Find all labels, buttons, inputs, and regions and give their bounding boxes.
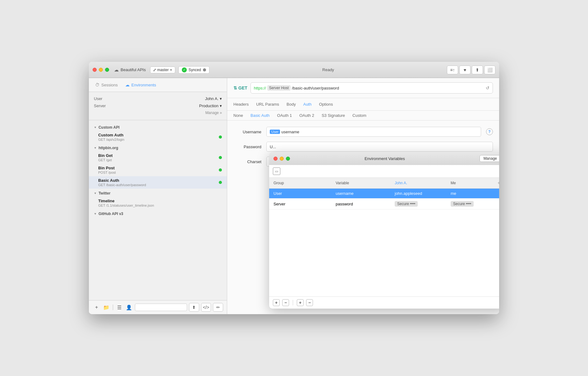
branch-chevron-icon: ▾ <box>170 68 172 71</box>
tab-headers[interactable]: Headers <box>233 101 249 107</box>
env-close-button[interactable] <box>273 157 278 161</box>
environments-tab[interactable]: ☁ Environments <box>125 81 156 89</box>
triangle-icon: ▼ <box>94 126 97 129</box>
add-group-button[interactable]: + <box>273 299 280 306</box>
item-name: Custom Auth <box>98 133 219 137</box>
group-label: Custom API <box>99 125 120 130</box>
help-button[interactable]: ? <box>486 128 493 135</box>
env-empty-space <box>269 209 499 296</box>
password-row: Password U... <box>233 142 493 152</box>
auth-oauth1[interactable]: OAuth 1 <box>277 113 292 118</box>
sidebar-toggle-icon[interactable]: ▭ <box>273 167 280 175</box>
charset-label: Charset <box>233 159 261 164</box>
method-arrows-icon: ⇅ <box>233 85 237 90</box>
upload-button[interactable]: ⬆ <box>189 303 199 312</box>
title-bar: ☁ Beautiful APIs ⑇ master ▾ ✓ Synced Rea… <box>89 62 499 78</box>
variable-cell: username <box>331 189 390 199</box>
group-header-github: ▼ GitHub API v3 <box>89 209 227 217</box>
method-select[interactable]: ⇅ GET <box>233 85 247 90</box>
auth-s3[interactable]: S3 Signature <box>322 113 345 118</box>
export-action-button[interactable]: ⬆ <box>472 66 483 74</box>
url-bar[interactable]: https:// Server Host /basic-auth/user/pa… <box>250 82 493 94</box>
sidebar-bottom: + 📁 ☰ 👤 ⬆ </> ✏ <box>89 300 227 314</box>
lines-action-button[interactable]: ≡↑ <box>447 66 458 74</box>
add-variable-button[interactable]: + <box>297 299 304 306</box>
divider <box>113 305 113 310</box>
minimize-button[interactable] <box>99 68 103 72</box>
col-header-john: John A. <box>390 178 446 189</box>
auth-oauth2[interactable]: OAuth 2 <box>299 113 314 118</box>
remove-variable-button[interactable]: − <box>306 299 313 306</box>
table-row[interactable]: Server password Secure •••• Secure •••• <box>269 199 499 209</box>
sidebar-tabs: ⏱ Sessions ☁ Environments <box>89 78 227 92</box>
traffic-lights <box>93 68 109 72</box>
cloud-icon: ☁ <box>114 67 119 73</box>
table-row[interactable]: User username john.appleseed me <box>269 189 499 199</box>
search-input[interactable] <box>135 304 187 311</box>
auth-none[interactable]: None <box>233 113 243 118</box>
code-button[interactable]: </> <box>201 303 211 312</box>
list-item[interactable]: Custom Auth GET /api/v2/login <box>89 131 227 143</box>
filter-button[interactable]: ☰ <box>115 304 123 311</box>
branch-name: master <box>157 68 169 72</box>
tab-body[interactable]: Body <box>287 101 296 107</box>
auth-custom[interactable]: Custom <box>352 113 366 118</box>
env-maximize-button[interactable] <box>286 157 290 161</box>
password-input[interactable]: U... <box>266 142 493 152</box>
env-minimize-button[interactable] <box>280 157 284 161</box>
status-dot <box>219 168 222 172</box>
list-item[interactable]: Bin Post POST /post <box>89 164 227 176</box>
col-header-variable: Variable <box>331 178 390 189</box>
env-footer: + − + − <box>269 296 499 309</box>
maximize-button[interactable] <box>105 68 109 72</box>
tab-options[interactable]: Options <box>319 101 333 107</box>
user-button[interactable]: 👤 <box>125 304 133 311</box>
heart-action-button[interactable]: ♥ <box>459 66 471 74</box>
variable-add-remove: + − <box>297 299 313 306</box>
sessions-tab[interactable]: ⏱ Sessions <box>95 81 118 89</box>
group-header-custom-api: ▼ Custom API <box>89 123 227 131</box>
refresh-icon[interactable]: ↺ <box>486 85 489 90</box>
env-toolbar: ▭ <box>269 165 499 178</box>
variable-cell: password <box>331 199 390 209</box>
list-item[interactable]: Bin Get GET /get <box>89 151 227 164</box>
sync-badge: ✓ Synced <box>178 66 209 74</box>
triangle-icon: ▼ <box>94 192 97 195</box>
edit-button[interactable]: ✏ <box>213 303 223 312</box>
sidebar: ⏱ Sessions ☁ Environments User John A. ▾ <box>89 78 227 314</box>
sessions-icon: ⏱ <box>95 82 99 87</box>
triangle-icon: ▼ <box>94 146 97 149</box>
user-env-badge: User <box>270 130 280 134</box>
user-row: User John A. ▾ <box>94 95 222 102</box>
title-bar-actions: ≡↑ ♥ ⬆ ⬜ <box>447 66 495 74</box>
username-input[interactable]: User username <box>266 127 481 137</box>
add-item-button[interactable]: + <box>93 304 100 311</box>
close-button[interactable] <box>93 68 97 72</box>
group-header-httpbin: ▼ httpbin.org <box>89 143 227 151</box>
col-header-me: Me <box>446 178 493 189</box>
list-item-active[interactable]: Basic Auth GET /basic-auth/user/password <box>89 176 227 189</box>
auth-basic[interactable]: Basic Auth <box>250 113 269 118</box>
me-secure-cell: Secure •••• <box>446 199 493 209</box>
john-value-cell: john.appleseed <box>390 189 446 199</box>
tab-url-params[interactable]: URL Params <box>256 101 279 107</box>
tab-auth[interactable]: Auth <box>303 101 312 107</box>
remove-group-button[interactable]: − <box>282 299 289 306</box>
app-name: ☁ Beautiful APIs <box>114 67 146 73</box>
environments-label: Environments <box>131 83 156 87</box>
branch-badge[interactable]: ⑇ master ▾ <box>150 66 175 73</box>
status-dot <box>219 181 222 184</box>
list-item-info: Basic Auth GET /basic-auth/user/password <box>98 178 219 187</box>
add-column-icon[interactable]: + <box>498 180 499 186</box>
list-item-info: Bin Get GET /get <box>98 153 219 162</box>
monitor-action-button[interactable]: ⬜ <box>484 66 495 74</box>
group-label: Twitter <box>99 191 110 195</box>
group-cell: Server <box>269 199 331 209</box>
user-label: User <box>94 96 102 101</box>
user-value: John A. ▾ <box>205 96 222 101</box>
manage-link[interactable]: Manage » <box>94 109 222 117</box>
env-manage-button[interactable]: Manage <box>480 155 499 162</box>
list-item[interactable]: Timeline GET /1.1/statuses/user_timeline… <box>89 197 227 209</box>
folder-button[interactable]: 📁 <box>102 304 110 311</box>
env-table: Group Variable John A. Me + User usernam… <box>269 178 499 209</box>
